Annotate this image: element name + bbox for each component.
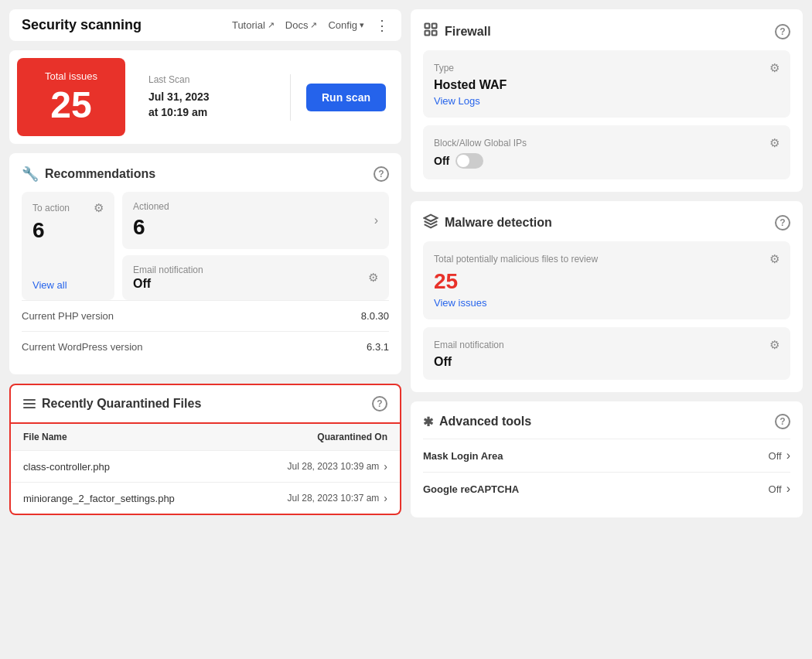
svg-rect-2 [425,31,430,36]
last-scan-date: Jul 31, 2023 at 10:19 am [148,90,275,120]
quarantined-date: Jul 28, 2023 10:37 am › [288,492,387,504]
wp-version-value: 6.3.1 [367,341,389,353]
quarantined-date: Jul 28, 2023 10:39 am › [288,460,387,473]
firewall-icon [423,22,438,41]
advanced-tools-icon: ✱ [423,415,433,429]
mask-login-row[interactable]: Mask Login Area Off › [423,439,790,472]
table-header: File Name Quarantined On [11,424,400,451]
php-version-row: Current PHP version 8.0.30 [22,300,389,331]
view-logs-link[interactable]: View Logs [434,95,780,107]
malware-count-box: Total potentially malicious files to rev… [423,241,790,319]
stats-card: Total issues 25 Last Scan Jul 31, 2023 a… [9,50,401,144]
chevron-down-icon: ▾ [360,20,364,30]
block-allow-status: Off [434,155,449,167]
advanced-tools-help-icon[interactable]: ? [775,414,790,429]
svg-rect-0 [425,24,430,29]
page-title: Security scanning [22,17,142,33]
total-issues-box: Total issues 25 [17,58,125,136]
to-action-box: To action ⚙ 6 View all [22,192,114,300]
email-notif-value: Off [133,277,203,291]
run-scan-button[interactable]: Run scan [306,84,386,111]
firewall-type-gear-icon[interactable]: ⚙ [769,61,780,75]
email-notif-label: Email notification [133,265,203,275]
malware-count: 25 [434,269,780,294]
recommendations-card: 🔧 Recommendations ? To action ⚙ 6 View a… [9,153,401,374]
malware-email-gear-icon[interactable]: ⚙ [769,338,780,352]
wp-version-row: Current WordPress version 6.3.1 [22,331,389,362]
actioned-chevron-icon: › [374,213,378,227]
firewall-type-value: Hosted WAF [434,78,780,92]
config-dropdown[interactable]: Config ▾ [328,19,364,31]
firewall-block-allow-box: Block/Allow Global IPs ⚙ Off [423,125,790,179]
total-issues-number: 25 [50,87,91,124]
quarantine-table: File Name Quarantined On class-controlle… [9,424,401,515]
layers-icon [423,213,438,232]
block-allow-toggle[interactable] [455,153,483,169]
malware-count-gear-icon[interactable]: ⚙ [769,252,780,266]
actioned-number: 6 [133,215,169,240]
php-version-value: 8.0.30 [361,310,389,322]
vertical-divider [290,74,291,121]
actioned-box[interactable]: Actioned 6 › [122,192,389,249]
external-link-icon: ↗ [268,20,275,30]
svg-rect-3 [432,31,437,36]
total-issues-label: Total issues [45,70,97,82]
recommendations-help-icon[interactable]: ? [374,166,389,182]
more-options-button[interactable]: ⋮ [375,19,389,32]
firewall-type-box: Type ⚙ Hosted WAF View Logs [423,50,790,118]
list-icon [23,399,36,408]
file-name: miniorange_2_factor_settings.php [23,493,175,504]
recaptcha-chevron-icon: › [786,482,790,496]
advanced-tools-card: ✱ Advanced tools ? Mask Login Area Off ›… [411,401,803,517]
malware-email-value: Off [434,355,780,369]
row-chevron-icon: › [384,460,387,473]
recaptcha-row[interactable]: Google reCAPTCHA Off › [423,472,790,505]
quarantine-header: Recently Quarantined Files ? [9,384,401,424]
firewall-title: Firewall [423,22,491,41]
email-notif-gear-icon[interactable]: ⚙ [368,271,378,285]
quarantine-help-icon[interactable]: ? [372,396,387,411]
to-action-number: 6 [32,218,104,243]
malware-card: Malware detection ? Total potentially ma… [411,201,803,392]
svg-rect-1 [432,24,437,29]
malware-title: Malware detection [423,213,552,232]
table-row[interactable]: miniorange_2_factor_settings.php Jul 28,… [11,483,400,514]
email-notification-box: Email notification Off ⚙ [122,255,389,300]
malware-help-icon[interactable]: ? [775,215,790,230]
file-name: class-controller.php [23,461,110,473]
row-chevron-icon: › [384,492,387,504]
advanced-tools-title: ✱ Advanced tools [423,415,531,429]
quarantined-section: Recently Quarantined Files ? File Name Q… [9,384,401,515]
malware-email-box: Email notification ⚙ Off [423,327,790,380]
block-allow-gear-icon[interactable]: ⚙ [769,136,780,150]
to-action-gear-icon[interactable]: ⚙ [94,201,104,215]
firewall-help-icon[interactable]: ? [775,24,790,39]
table-row[interactable]: class-controller.php Jul 28, 2023 10:39 … [11,451,400,483]
svg-marker-4 [425,215,438,221]
firewall-card: Firewall ? Type ⚙ Hosted WAF View Logs B… [411,9,803,192]
last-scan-section: Last Scan Jul 31, 2023 at 10:19 am [148,74,275,120]
mask-login-chevron-icon: › [786,449,790,463]
recaptcha-value: Off › [769,482,790,496]
external-link-icon-docs: ↗ [310,20,317,30]
recommendations-title: 🔧 Recommendations [22,166,155,183]
tutorial-link[interactable]: Tutorial ↗ [232,19,275,31]
wrench-icon: 🔧 [22,166,39,183]
mask-login-value: Off › [769,449,790,463]
last-scan-label: Last Scan [148,74,275,85]
view-all-link[interactable]: View all [32,267,104,291]
docs-link[interactable]: Docs ↗ [285,19,318,31]
view-issues-link[interactable]: View issues [434,297,780,309]
